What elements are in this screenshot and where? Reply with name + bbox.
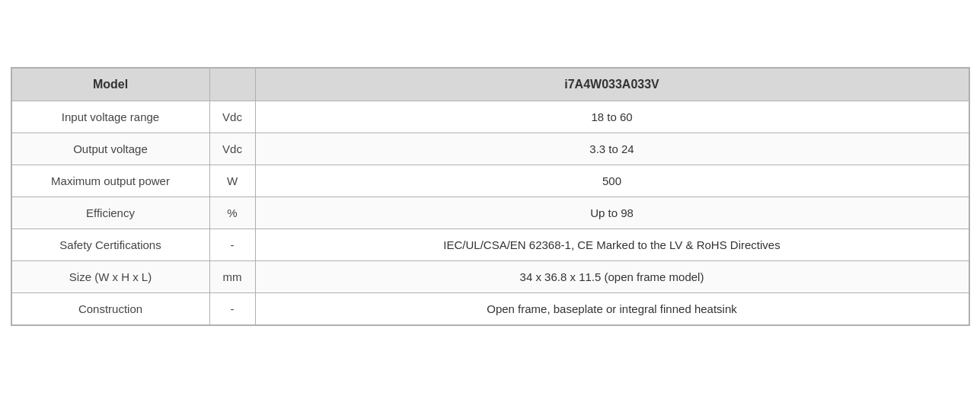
row-unit: - — [209, 229, 255, 261]
table-row: Output voltageVdc3.3 to 24 — [11, 133, 969, 165]
table-row: Construction-Open frame, baseplate or in… — [11, 293, 969, 325]
row-value: 500 — [255, 165, 969, 197]
row-unit: Vdc — [209, 133, 255, 165]
row-label: Input voltage range — [11, 101, 209, 133]
spec-table-wrapper: Model i7A4W033A033V Input voltage rangeV… — [11, 67, 970, 326]
spec-table: Model i7A4W033A033V Input voltage rangeV… — [11, 68, 969, 325]
row-label: Maximum output power — [11, 165, 209, 197]
table-row: Safety Certifications-IEC/UL/CSA/EN 6236… — [11, 229, 969, 261]
table-header-row: Model i7A4W033A033V — [11, 69, 969, 101]
row-label: Efficiency — [11, 197, 209, 229]
row-unit: % — [209, 197, 255, 229]
row-label: Output voltage — [11, 133, 209, 165]
table-row: Maximum output powerW500 — [11, 165, 969, 197]
row-value: 18 to 60 — [255, 101, 969, 133]
row-label: Safety Certifications — [11, 229, 209, 261]
row-value: IEC/UL/CSA/EN 62368-1, CE Marked to the … — [255, 229, 969, 261]
column-header-unit — [209, 69, 255, 101]
row-value: 3.3 to 24 — [255, 133, 969, 165]
row-unit: W — [209, 165, 255, 197]
column-header-model: Model — [11, 69, 209, 101]
row-value: 34 x 36.8 x 11.5 (open frame model) — [255, 261, 969, 293]
row-value: Open frame, baseplate or integral finned… — [255, 293, 969, 325]
row-label: Size (W x H x L) — [11, 261, 209, 293]
row-unit: Vdc — [209, 101, 255, 133]
row-unit: - — [209, 293, 255, 325]
column-header-value: i7A4W033A033V — [255, 69, 969, 101]
table-row: Input voltage rangeVdc18 to 60 — [11, 101, 969, 133]
row-unit: mm — [209, 261, 255, 293]
table-row: Efficiency%Up to 98 — [11, 197, 969, 229]
table-row: Size (W x H x L)mm34 x 36.8 x 11.5 (open… — [11, 261, 969, 293]
row-value: Up to 98 — [255, 197, 969, 229]
row-label: Construction — [11, 293, 209, 325]
